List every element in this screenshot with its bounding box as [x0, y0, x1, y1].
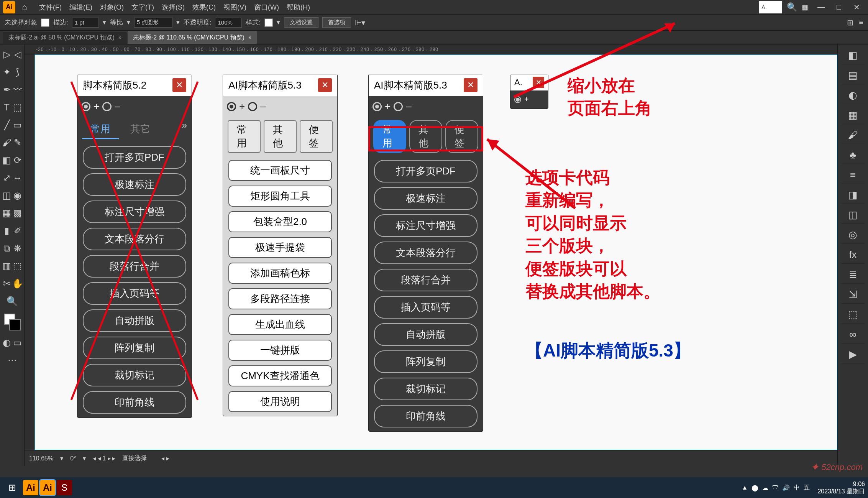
taskbar-ai-icon[interactable]: Ai — [23, 480, 38, 495]
stroke-icon[interactable]: ≡ — [841, 166, 865, 184]
artboard-tool[interactable]: ⬚ — [13, 258, 23, 274]
menu-effect[interactable]: 效果(C) — [189, 3, 220, 12]
graphic-styles-icon[interactable]: fx — [841, 246, 865, 264]
script-button[interactable]: 包装盒型2.0 — [228, 211, 332, 232]
symbols-icon[interactable]: ♣ — [841, 146, 865, 164]
script-button[interactable]: 阵列复制 — [374, 350, 477, 373]
script-button[interactable]: 插入页码等 — [83, 282, 186, 305]
style-swatch[interactable] — [264, 18, 273, 27]
properties-icon[interactable]: ◧ — [841, 47, 865, 64]
taskbar-app-icon[interactable]: S — [57, 480, 72, 495]
script-button[interactable]: 使用说明 — [228, 391, 332, 412]
script-button[interactable]: 阵列复制 — [83, 337, 186, 359]
gradient-tool[interactable]: ▮ — [2, 223, 12, 238]
column-graph-tool[interactable]: ▥ — [2, 258, 12, 274]
tab-other[interactable]: 其它 — [122, 120, 159, 139]
lasso-tool[interactable]: ⟆ — [13, 64, 23, 80]
hand-tool[interactable]: ✋ — [13, 276, 23, 291]
pen-tool[interactable]: ✒ — [2, 82, 12, 97]
chevron-right-icon[interactable]: » — [182, 120, 187, 139]
script-button[interactable]: 标注尺寸增强 — [83, 201, 186, 223]
start-button[interactable]: ⊞ — [3, 479, 21, 496]
mesh-tool[interactable]: ▩ — [13, 205, 23, 221]
doc-tab-1[interactable]: 未标题-2.ai @ 50 % (CMYK/CPU 预览)× — [3, 31, 127, 44]
eyedropper-tool[interactable]: ✐ — [13, 223, 23, 238]
line-tool[interactable]: ╱ — [2, 117, 12, 133]
script-button[interactable]: 自动拼版 — [83, 309, 186, 332]
tab-common[interactable]: 常用 — [228, 120, 261, 153]
libraries-icon[interactable]: ▤ — [841, 67, 865, 84]
script-button[interactable]: 添加画稿色标 — [228, 263, 332, 284]
script-button[interactable]: 印前角线 — [374, 405, 477, 427]
script-button[interactable]: 裁切标记 — [374, 378, 477, 400]
maximize-button[interactable]: □ — [830, 2, 847, 13]
close-button[interactable]: ✕ — [848, 2, 865, 13]
tab-common[interactable]: 常用 — [82, 120, 119, 139]
rectangle-tool[interactable]: ▭ — [13, 117, 23, 133]
draw-mode-icon[interactable]: ◐ — [2, 335, 12, 350]
links-icon[interactable]: ∞ — [841, 326, 865, 344]
mini-panel-docked[interactable]: A. — [759, 1, 782, 13]
fill-stroke-swatch[interactable] — [4, 314, 21, 330]
menu-view[interactable]: 视图(V) — [220, 3, 250, 12]
script-button[interactable]: 标注尺寸增强 — [374, 214, 477, 237]
minimize-button[interactable]: — — [813, 2, 830, 13]
slice-tool[interactable]: ✂ — [2, 276, 12, 291]
artboards-icon[interactable]: ⬚ — [841, 306, 865, 324]
magic-wand-tool[interactable]: ✦ — [2, 64, 12, 80]
script-button[interactable]: CMYK查找潘通色 — [228, 365, 332, 386]
script-button[interactable]: 插入页码等 — [374, 296, 477, 319]
rotate-view[interactable]: 0° — [70, 455, 76, 462]
corner-input[interactable] — [134, 18, 172, 28]
arrange-docs-icon[interactable]: ▦ — [802, 3, 808, 12]
script-button[interactable]: 极速手提袋 — [228, 237, 332, 258]
script-button[interactable]: 生成出血线 — [228, 314, 332, 335]
selection-tool[interactable]: ▷ — [2, 47, 12, 62]
close-icon[interactable]: × — [248, 35, 251, 41]
tab-notes[interactable]: 便签 — [300, 120, 333, 153]
taskbar-ai-active-icon[interactable]: Ai — [40, 480, 55, 495]
script-button[interactable]: 文本段落分行 — [374, 242, 477, 264]
eraser-tool[interactable]: ◧ — [2, 153, 12, 168]
script-button[interactable]: 极速标注 — [374, 187, 477, 210]
width-tool[interactable]: ↔ — [13, 170, 23, 186]
tray-icon[interactable]: 🛡 — [772, 484, 778, 491]
shape-builder-tool[interactable]: ◉ — [13, 188, 23, 203]
document-setup-button[interactable]: 文档设置 — [284, 17, 318, 28]
script-button[interactable]: 多段路径连接 — [228, 288, 332, 309]
script-button[interactable]: 裁切标记 — [83, 364, 186, 386]
radio-off[interactable] — [394, 102, 403, 111]
symbol-sprayer-tool[interactable]: ❋ — [13, 241, 23, 256]
menu-edit[interactable]: 编辑(E) — [66, 3, 96, 12]
script-button[interactable]: 一键拼版 — [228, 340, 332, 361]
canvas[interactable]: 脚本精简版5.2✕ + – 常用 其它 » 打开多页PDF 极速标注 标注尺寸增… — [34, 54, 837, 450]
radio-on[interactable] — [372, 102, 382, 111]
gradient-icon[interactable]: ◨ — [841, 186, 865, 204]
close-icon[interactable]: ✕ — [533, 77, 544, 88]
menu-type[interactable]: 文字(T) — [128, 3, 158, 12]
tray-icon[interactable]: ☁ — [762, 484, 768, 491]
preferences-button[interactable]: 首选项 — [322, 17, 351, 28]
zoom-tool[interactable]: 🔍 — [2, 293, 23, 310]
script-button[interactable]: 矩形圆角工具 — [228, 186, 332, 207]
script-button[interactable]: 极速标注 — [83, 173, 186, 196]
uniform-label[interactable]: 等比 — [110, 18, 123, 27]
appearance-icon[interactable]: ◎ — [841, 226, 865, 244]
artboard-nav[interactable]: ◂ ◂ 1 ▸ ▸ — [93, 455, 115, 462]
close-icon[interactable]: ✕ — [464, 78, 477, 92]
layers-icon[interactable]: ≣ — [841, 266, 865, 284]
align-icon[interactable]: ⊩▾ — [355, 18, 365, 27]
screen-mode-icon[interactable]: ▭ — [13, 335, 23, 350]
menu-select[interactable]: 选择(S) — [158, 3, 189, 12]
script-button[interactable]: 文本段落分行 — [83, 228, 186, 250]
asset-export-icon[interactable]: ⇲ — [841, 286, 865, 304]
curvature-tool[interactable]: 〰 — [13, 82, 23, 97]
stroke-weight-input[interactable] — [72, 18, 99, 28]
menu-file[interactable]: 文件(F) — [35, 3, 66, 12]
blend-tool[interactable]: ⧉ — [2, 241, 12, 256]
script-button[interactable]: 印前角线 — [83, 391, 186, 414]
menu-object[interactable]: 对象(O) — [96, 3, 128, 12]
opacity-input[interactable] — [215, 18, 242, 28]
rotate-tool[interactable]: ⟳ — [13, 153, 23, 168]
free-transform-tool[interactable]: ◫ — [2, 188, 12, 203]
